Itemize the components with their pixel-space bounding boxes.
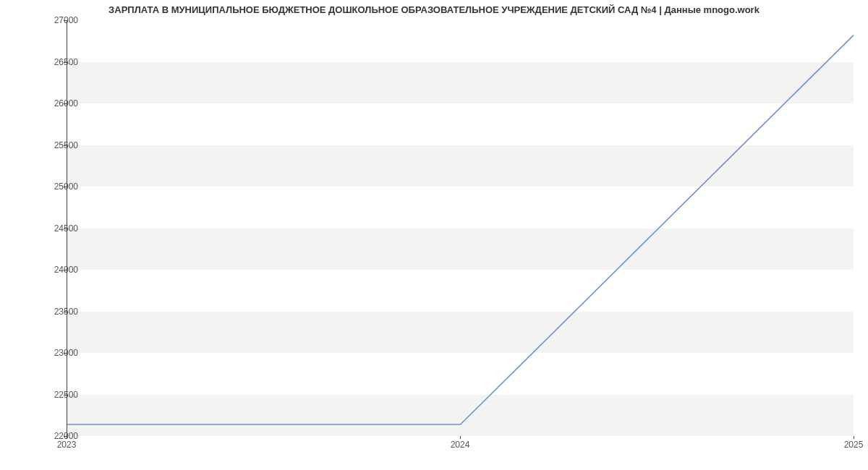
- salary-line-chart: ЗАРПЛАТА В МУНИЦИПАЛЬНОЕ БЮДЖЕТНОЕ ДОШКО…: [0, 0, 868, 470]
- y-tick-label: 25500: [35, 140, 78, 150]
- y-tick-label: 26000: [35, 98, 78, 108]
- y-tick-mark: [64, 103, 67, 104]
- y-tick-mark: [64, 20, 67, 21]
- chart-title: ЗАРПЛАТА В МУНИЦИПАЛЬНОЕ БЮДЖЕТНОЕ ДОШКО…: [0, 4, 868, 15]
- y-tick-mark: [64, 187, 67, 187]
- line-svg: [67, 20, 854, 435]
- y-tick-label: 24500: [35, 223, 78, 234]
- plot-area: [67, 20, 854, 436]
- y-tick-mark: [64, 395, 67, 396]
- y-tick-label: 22500: [35, 390, 78, 400]
- y-tick-label: 25000: [35, 181, 78, 192]
- x-tick-label: 2024: [451, 440, 470, 450]
- y-tick-label: 27000: [35, 15, 78, 25]
- y-tick-mark: [64, 228, 67, 229]
- y-tick-label: 23000: [35, 348, 78, 358]
- series-line: [67, 35, 854, 424]
- x-tick-mark: [460, 436, 461, 439]
- y-tick-label: 23500: [35, 307, 78, 317]
- y-tick-mark: [64, 145, 67, 146]
- x-tick-label: 2023: [57, 440, 77, 450]
- y-tick-mark: [64, 353, 67, 354]
- y-tick-label: 24000: [35, 265, 78, 275]
- x-tick-label: 2025: [844, 440, 864, 450]
- y-tick-mark: [64, 62, 67, 63]
- y-tick-mark: [64, 270, 67, 270]
- y-tick-mark: [64, 312, 67, 312]
- y-tick-label: 26500: [35, 57, 78, 67]
- x-tick-mark: [67, 436, 67, 439]
- x-tick-mark: [854, 436, 854, 439]
